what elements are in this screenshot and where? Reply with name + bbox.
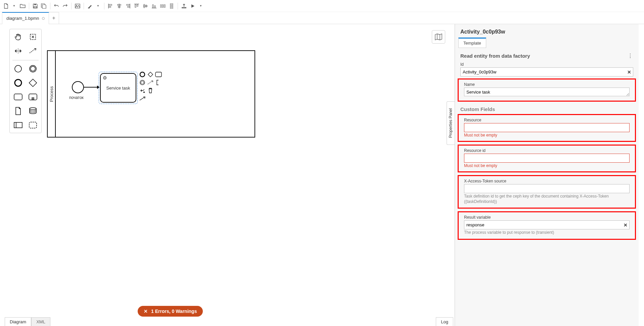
sequence-flow[interactable] [84, 87, 99, 88]
start-event-tool-icon[interactable] [13, 64, 23, 74]
group-tool-icon[interactable] [28, 120, 38, 130]
file-tab-active[interactable]: diagram_1.bpmn [2, 12, 49, 24]
color-icon[interactable] [86, 2, 94, 10]
append-intermediate-event-icon[interactable] [139, 79, 146, 86]
svg-rect-34 [29, 79, 37, 87]
custom-fields-title: Custom Fields [455, 103, 639, 113]
lane-header[interactable]: Process [48, 51, 56, 137]
canvas[interactable]: Process початок ⚙ Service task [0, 24, 455, 326]
name-label: Name [464, 82, 630, 87]
add-tab-button[interactable]: + [49, 12, 59, 24]
svg-rect-20 [152, 5, 153, 7]
clear-icon[interactable]: ✕ [624, 222, 628, 228]
change-type-icon[interactable] [139, 87, 146, 94]
hand-tool-icon[interactable] [13, 32, 23, 42]
new-file-caret-icon[interactable]: ▼ [10, 2, 18, 10]
distribute-h-icon[interactable] [159, 2, 167, 10]
new-file-icon[interactable] [2, 2, 10, 10]
distribute-v-icon[interactable] [168, 2, 176, 10]
bottom-tabs: Diagram XML [5, 317, 50, 326]
svg-rect-27 [170, 7, 173, 8]
data-object-tool-icon[interactable] [13, 106, 23, 116]
svg-rect-1 [34, 4, 36, 5]
connect-icon[interactable] [139, 95, 146, 102]
lasso-tool-icon[interactable] [28, 32, 38, 42]
bpmn-pool[interactable]: Process початок ⚙ Service task [47, 50, 255, 138]
append-text-annotation-icon[interactable] [155, 79, 162, 86]
append-task-icon[interactable] [155, 71, 162, 78]
image-export-icon[interactable] [74, 2, 82, 10]
svg-rect-23 [163, 5, 164, 7]
svg-rect-14 [135, 5, 136, 7]
connect-tool-icon[interactable] [28, 46, 38, 56]
space-tool-icon[interactable] [13, 46, 23, 56]
lane-body[interactable]: початок ⚙ Service task [56, 51, 255, 137]
subprocess-tool-icon[interactable] [28, 92, 38, 102]
resource-id-label: Resource id [464, 148, 630, 153]
append-gateway-icon[interactable] [147, 71, 154, 78]
intermediate-event-tool-icon[interactable] [28, 64, 38, 74]
align-top-icon[interactable] [133, 2, 141, 10]
resource-id-input[interactable] [464, 154, 630, 163]
save-icon[interactable] [31, 2, 39, 10]
separator [29, 3, 29, 9]
element-id-title: Activity_0c0p93w [455, 24, 639, 38]
run-icon[interactable] [189, 2, 197, 10]
start-event[interactable] [72, 81, 84, 93]
append-message-flow-icon[interactable] [147, 79, 154, 86]
properties-panel-collapse-tab[interactable]: Properties Panel [447, 101, 455, 145]
result-label: Result variable [464, 215, 630, 220]
svg-rect-12 [128, 6, 129, 7]
field-token: X-Access-Token source Task definition id… [459, 177, 635, 205]
svg-rect-43 [148, 72, 153, 77]
service-task[interactable]: ⚙ Service task [100, 73, 136, 103]
open-icon[interactable] [19, 2, 27, 10]
run-caret-icon[interactable]: ▼ [197, 2, 205, 10]
redo-icon[interactable] [61, 2, 69, 10]
align-left-icon[interactable] [106, 2, 114, 10]
tab-xml[interactable]: XML [31, 317, 50, 326]
end-event-tool-icon[interactable] [13, 78, 23, 88]
svg-rect-11 [127, 4, 129, 5]
token-hint: Task definition id to get the ceph key o… [464, 194, 630, 204]
scrollbar-track[interactable] [639, 24, 644, 326]
minimap-toggle[interactable] [432, 30, 445, 44]
separator [104, 3, 104, 9]
highlight-box-result: Result variable ✕ The process variable t… [458, 211, 636, 240]
svg-point-3 [76, 5, 77, 6]
svg-rect-21 [154, 6, 155, 7]
token-input[interactable] [464, 184, 630, 193]
gateway-tool-icon[interactable] [28, 78, 38, 88]
pool-tool-icon[interactable] [13, 120, 23, 130]
svg-point-47 [143, 92, 145, 93]
align-bottom-icon[interactable] [150, 2, 158, 10]
deploy-icon[interactable] [180, 2, 188, 10]
align-middle-icon[interactable] [141, 2, 149, 10]
kebab-menu-icon[interactable]: ⋮ [627, 53, 633, 59]
save-all-icon[interactable] [40, 2, 48, 10]
task-tool-icon[interactable] [13, 92, 23, 102]
vtab-label: Properties Panel [449, 108, 453, 138]
delete-icon[interactable] [147, 87, 154, 94]
tab-diagram[interactable]: Diagram [5, 317, 31, 326]
resource-input[interactable] [464, 123, 630, 132]
append-end-event-icon[interactable] [139, 71, 146, 78]
svg-rect-41 [29, 122, 37, 128]
resource-id-error: Must not be empty [464, 163, 630, 168]
align-center-icon[interactable] [115, 2, 123, 10]
data-store-tool-icon[interactable] [28, 106, 38, 116]
result-input[interactable] [464, 220, 630, 229]
task-label: Service task [106, 86, 130, 91]
align-right-icon[interactable] [124, 2, 132, 10]
id-input[interactable] [460, 67, 633, 76]
undo-icon[interactable] [52, 2, 60, 10]
tab-log[interactable]: Log [436, 317, 453, 326]
field-id: Id ✕ [455, 61, 639, 77]
svg-point-32 [31, 66, 35, 71]
problems-pill[interactable]: ✕ 1 Errors, 0 Warnings [138, 306, 203, 317]
tab-template[interactable]: Template [458, 38, 486, 48]
svg-rect-39 [14, 122, 22, 128]
name-input[interactable] [464, 88, 630, 96]
clear-icon[interactable]: ✕ [627, 69, 631, 75]
color-caret-icon[interactable]: ▼ [94, 2, 102, 10]
